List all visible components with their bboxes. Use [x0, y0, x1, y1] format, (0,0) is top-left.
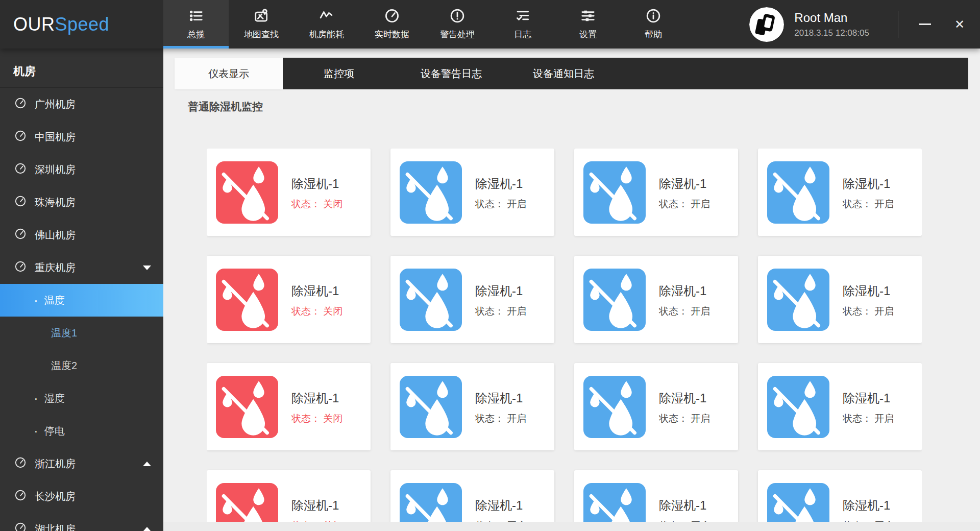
device-status: 状态： 开启 [475, 198, 526, 211]
nav-item-label: 警告处理 [440, 29, 475, 40]
device-card-text: 除湿机-1状态： 开启 [475, 174, 526, 211]
sidebar-item-chongqing-room[interactable]: 重庆机房 [0, 251, 163, 284]
device-card[interactable]: 除湿机-1状态： 关闭 [207, 256, 371, 343]
sidebar-item-zhejiang-room[interactable]: 浙江机房 [0, 447, 163, 480]
device-status: 状态： 开启 [843, 198, 894, 211]
device-status: 状态： 关闭 [291, 198, 342, 211]
device-card-text: 除湿机-1状态： 关闭 [291, 281, 342, 318]
sidebar-item-label: 珠海机房 [35, 196, 76, 209]
device-card[interactable]: 除湿机-1状态： 开启 [390, 149, 554, 236]
humidity-off-icon [583, 376, 646, 438]
device-title: 除湿机-1 [291, 283, 342, 299]
device-card-text: 除湿机-1状态： 开启 [659, 174, 710, 211]
sidebar-item-zhuhai-room[interactable]: 珠海机房 [0, 186, 163, 219]
humidity-off-icon [400, 269, 462, 331]
nav-item-label: 机房能耗 [309, 29, 344, 40]
device-card[interactable]: 除湿机-1状态： 关闭 [207, 470, 371, 522]
sidebar-item-china-room[interactable]: 中国机房 [0, 120, 163, 153]
device-card[interactable]: 除湿机-1状态： 开启 [390, 363, 554, 450]
device-title: 除湿机-1 [291, 390, 342, 406]
gauge-icon [14, 195, 35, 210]
device-card-text: 除湿机-1状态： 开启 [843, 281, 894, 318]
device-title: 除湿机-1 [659, 283, 710, 299]
device-card-text: 除湿机-1状态： 开启 [475, 388, 526, 425]
humidity-off-icon [216, 161, 278, 224]
tab-dashboard[interactable]: 仪表显示 [175, 58, 283, 89]
sidebar-item-label: 温度1 [51, 326, 77, 340]
nav-item-logs[interactable]: 日志 [490, 0, 555, 49]
status-label: 状态： [291, 413, 321, 424]
tab-alert-log[interactable]: 设备警告日志 [395, 58, 507, 89]
nav-item-label: 日志 [514, 29, 531, 40]
sidebar-item-power-outage[interactable]: ·停电 [0, 415, 163, 447]
device-card[interactable]: 除湿机-1状态： 开启 [574, 470, 738, 522]
gauge-icon [14, 260, 35, 275]
nav-item-settings[interactable]: 设置 [555, 0, 621, 49]
humidity-off-icon [767, 269, 829, 331]
device-title: 除湿机-1 [475, 497, 526, 514]
sidebar-item-foshan-room[interactable]: 佛山机房 [0, 219, 163, 251]
device-card[interactable]: 除湿机-1状态： 开启 [574, 363, 738, 450]
device-card[interactable]: 除湿机-1状态： 关闭 [207, 363, 371, 450]
device-card[interactable]: 除湿机-1状态： 开启 [758, 363, 922, 450]
device-card[interactable]: 除湿机-1状态： 开启 [390, 470, 554, 522]
device-card[interactable]: 除湿机-1状态： 开启 [574, 256, 738, 343]
device-card[interactable]: 除湿机-1状态： 开启 [758, 256, 922, 343]
nav-item-overview[interactable]: 总揽 [163, 0, 229, 49]
sidebar-item-temperature-1[interactable]: 温度1 [0, 317, 163, 349]
device-title: 除湿机-1 [843, 390, 894, 406]
nav-item-help[interactable]: 帮助 [621, 0, 686, 49]
nav-item-room-energy[interactable]: 机房能耗 [294, 0, 359, 49]
close-button[interactable]: ✕ [954, 18, 965, 31]
device-card[interactable]: 除湿机-1状态： 开启 [390, 256, 554, 343]
device-card[interactable]: 除湿机-1状态： 开启 [758, 149, 922, 236]
status-value: 开启 [507, 199, 526, 209]
user-name: Root Man [794, 11, 869, 25]
map-pin-icon [254, 8, 269, 23]
user-avatar[interactable] [749, 7, 784, 42]
nav-item-map-search[interactable]: 地图查找 [229, 0, 294, 49]
device-title: 除湿机-1 [291, 497, 342, 514]
device-title: 除湿机-1 [475, 390, 526, 406]
bullet-dot: · [34, 392, 38, 405]
bottom-strip [163, 522, 980, 531]
device-title: 除湿机-1 [659, 176, 710, 192]
tab-notice-log[interactable]: 设备通知日志 [507, 58, 620, 89]
sidebar-item-hubei-room[interactable]: 湖北机房 [0, 513, 163, 531]
logo-avatar-icon [749, 7, 784, 42]
humidity-off-icon [767, 483, 829, 522]
sidebar-item-temperature-2[interactable]: 温度2 [0, 349, 163, 382]
chevron-up-icon [143, 527, 151, 531]
device-card[interactable]: 除湿机-1状态： 关闭 [207, 149, 371, 236]
cards-grid: 除湿机-1状态： 关闭除湿机-1状态： 开启除湿机-1状态： 开启除湿机-1状态… [207, 149, 922, 522]
nav-item-alert-handling[interactable]: 警告处理 [425, 0, 490, 49]
sidebar-item-label: 深圳机房 [35, 163, 76, 177]
sidebar-item-shenzhen-room[interactable]: 深圳机房 [0, 153, 163, 186]
status-label: 状态： [843, 199, 872, 209]
device-card[interactable]: 除湿机-1状态： 开启 [574, 149, 738, 236]
sidebar-item-guangzhou-room[interactable]: 广州机房 [0, 88, 163, 120]
sidebar-item-label: 浙江机房 [35, 457, 76, 471]
device-card-text: 除湿机-1状态： 开启 [475, 495, 526, 522]
sidebar-item-label: 广州机房 [35, 98, 76, 111]
device-title: 除湿机-1 [475, 283, 526, 299]
sidebar-item-changsha-room[interactable]: 长沙机房 [0, 480, 163, 513]
nav-item-label: 总揽 [187, 29, 205, 40]
tab-monitor-items[interactable]: 监控项 [283, 58, 395, 89]
humidity-off-icon [583, 161, 646, 224]
sidebar-item-humidity[interactable]: ·湿度 [0, 382, 163, 415]
device-status: 状态： 开启 [659, 412, 710, 425]
device-status: 状态： 开启 [843, 305, 894, 318]
nav-item-label: 帮助 [645, 29, 662, 40]
humidity-off-icon [400, 161, 462, 224]
device-card[interactable]: 除湿机-1状态： 开启 [758, 470, 922, 522]
activity-icon [319, 8, 334, 23]
nav-item-realtime-data[interactable]: 实时数据 [359, 0, 425, 49]
device-title: 除湿机-1 [475, 176, 526, 192]
status-label: 状态： [659, 199, 688, 209]
status-value: 开启 [691, 413, 710, 424]
minimize-button[interactable] [919, 23, 931, 25]
device-title: 除湿机-1 [659, 497, 710, 514]
device-title: 除湿机-1 [659, 390, 710, 406]
sidebar-item-temperature[interactable]: ·温度 [0, 284, 163, 317]
